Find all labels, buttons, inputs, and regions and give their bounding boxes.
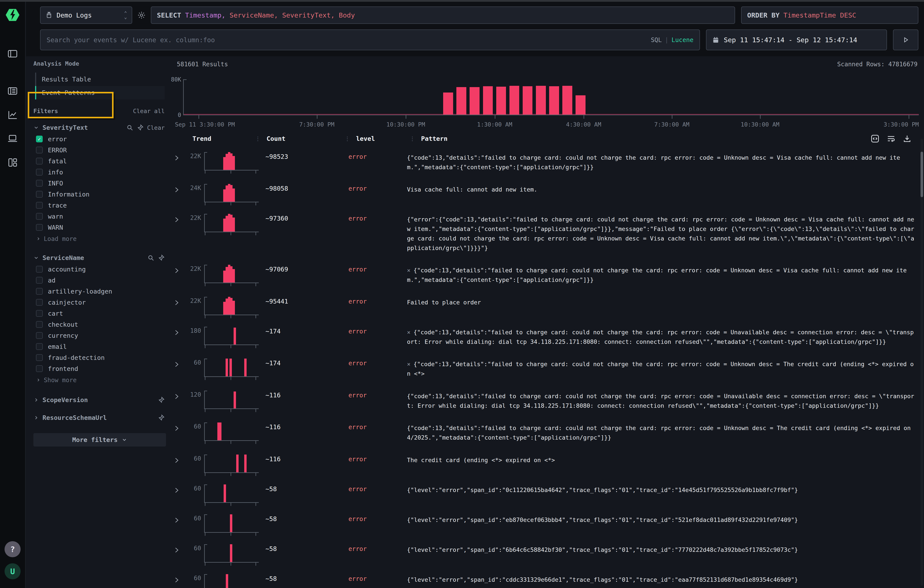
checkbox-unchecked[interactable] (36, 202, 43, 209)
column-header-pattern[interactable]: Pattern (416, 135, 871, 142)
row-expand-icon[interactable] (173, 425, 180, 432)
analysis-mode-option-results-table[interactable]: Results Table (35, 72, 165, 86)
filter-option-fatal[interactable]: fatal (33, 156, 165, 166)
row-expand-icon[interactable] (173, 576, 180, 584)
checkbox-unchecked[interactable] (36, 224, 43, 231)
filter-option-WARN[interactable]: WARN (33, 222, 165, 233)
checkbox-unchecked[interactable] (36, 365, 43, 372)
severity-clear-button[interactable]: Clear (147, 124, 165, 131)
pattern-row[interactable]: 22K~98523error{"code":13,"details":"fail… (171, 146, 920, 178)
checkbox-unchecked[interactable] (36, 310, 43, 317)
filter-option-currency[interactable]: currency (33, 330, 165, 341)
chart-explorer-icon[interactable] (7, 109, 18, 120)
row-expand-icon[interactable] (173, 457, 180, 464)
column-resize-handle[interactable]: ⋮ (255, 135, 261, 142)
filter-option-trace[interactable]: trace (33, 200, 165, 211)
analysis-mode-option-event-patterns[interactable]: Event Patterns (35, 86, 165, 99)
order-by-editor[interactable]: ORDER BY TimestampTime DESC (741, 7, 918, 24)
checkbox-unchecked[interactable] (36, 158, 43, 165)
checkbox-unchecked[interactable] (36, 288, 43, 295)
row-expand-icon[interactable] (173, 267, 180, 274)
filter-option-ad[interactable]: ad (33, 275, 165, 286)
filter-option-warn[interactable]: warn (33, 211, 165, 222)
pattern-row[interactable]: 60~58error{"level":"error","span_id":"eb… (171, 508, 920, 538)
filter-option-cainjector[interactable]: cainjector (33, 297, 165, 308)
severity-group-title[interactable]: SeverityText (43, 124, 123, 131)
checkbox-unchecked[interactable] (36, 147, 43, 153)
checkbox-unchecked[interactable] (36, 191, 43, 198)
column-header-level[interactable]: level (351, 135, 409, 142)
time-range-picker[interactable]: Sep 11 15:47:14 - Sep 12 15:47:14 (706, 30, 887, 50)
pattern-row[interactable]: 60~116error{"code":13,"details":"failed … (171, 416, 920, 448)
filter-option-email[interactable]: email (33, 341, 165, 352)
pattern-row[interactable]: 60~116errorThe credit card (ending <*> e… (171, 448, 920, 478)
row-expand-icon[interactable] (173, 216, 180, 223)
checkbox-unchecked[interactable] (36, 277, 43, 283)
filter-option-fraud-detection[interactable]: fraud-detection (33, 352, 165, 363)
filter-option-artillery-loadgen[interactable]: artillery-loadgen (33, 286, 165, 297)
filter-option-Information[interactable]: Information (33, 189, 165, 200)
severity-load-more[interactable]: Load more (33, 233, 165, 245)
pattern-row[interactable]: 60~58error{"level":"error","span_id":"cd… (171, 568, 920, 588)
filter-option-checkout[interactable]: checkout (33, 319, 165, 330)
scope-version-group[interactable]: ScopeVersion (33, 396, 165, 404)
clear-all-filters-button[interactable]: Clear all (133, 108, 165, 114)
sessions-icon[interactable] (7, 133, 18, 144)
filter-option-error[interactable]: ✓error (33, 133, 165, 145)
row-expand-icon[interactable] (173, 329, 180, 336)
pin-icon[interactable] (158, 254, 165, 261)
filter-option-info[interactable]: info (33, 166, 165, 178)
search-logs-icon[interactable] (7, 86, 18, 97)
download-icon[interactable] (903, 134, 911, 143)
service-show-more[interactable]: Show more (33, 374, 165, 386)
row-expand-icon[interactable] (173, 547, 180, 554)
wrap-lines-icon[interactable] (887, 134, 895, 143)
checkbox-unchecked[interactable] (36, 332, 43, 339)
chevron-down-icon[interactable] (33, 125, 39, 130)
filter-option-accounting[interactable]: accounting (33, 264, 165, 275)
checkbox-unchecked[interactable] (36, 180, 43, 186)
service-group-title[interactable]: ServiceName (43, 254, 144, 262)
column-resize-handle[interactable]: ⋮ (409, 135, 416, 142)
filter-option-ERROR[interactable]: ERROR (33, 145, 165, 156)
checkbox-unchecked[interactable] (36, 354, 43, 361)
filter-option-cart[interactable]: cart (33, 308, 165, 319)
pattern-row[interactable]: 22K~97069error×{"code":13,"details":"fai… (171, 258, 920, 290)
more-filters-button[interactable]: More filters (33, 433, 166, 446)
pattern-row[interactable]: 60~58error{"level":"error","span_id":"6b… (171, 538, 920, 568)
pattern-row[interactable]: 22K~97360error{"error":{"code":13,"detai… (171, 208, 920, 258)
pin-icon[interactable] (158, 397, 165, 404)
source-select[interactable]: Demo Logs ⌃⌄ (40, 7, 132, 24)
row-expand-icon[interactable] (173, 487, 180, 494)
user-avatar[interactable]: U (5, 563, 21, 579)
search-icon[interactable] (126, 124, 133, 131)
checkbox-unchecked[interactable] (36, 213, 43, 220)
view-source-icon[interactable] (871, 134, 879, 143)
checkbox-unchecked[interactable] (36, 169, 43, 176)
pin-icon[interactable] (137, 124, 144, 131)
resource-schema-group[interactable]: ResourceSchemaUrl (33, 414, 165, 422)
chevron-down-icon[interactable] (33, 255, 39, 261)
pattern-row[interactable]: 22K~95441errorFailed to place order (171, 290, 920, 320)
checkbox-unchecked[interactable] (36, 266, 43, 273)
run-query-button[interactable] (893, 30, 918, 50)
search-icon[interactable] (147, 254, 154, 261)
help-button[interactable]: ? (5, 541, 21, 557)
row-expand-icon[interactable] (173, 299, 180, 306)
filter-option-frontend[interactable]: frontend (33, 363, 165, 374)
pattern-row[interactable]: 60~174error×{"code":13,"details":"failed… (171, 352, 920, 384)
checkbox-unchecked[interactable] (36, 321, 43, 328)
dashboards-icon[interactable] (7, 157, 18, 168)
pattern-row[interactable]: 180~174error×{"code":13,"details":"faile… (171, 320, 920, 352)
scrollbar-thumb[interactable] (921, 152, 923, 197)
pin-icon[interactable] (158, 414, 165, 421)
row-expand-icon[interactable] (173, 517, 180, 524)
checkbox-checked[interactable]: ✓ (36, 136, 43, 142)
source-settings-button[interactable] (132, 11, 151, 20)
checkbox-unchecked[interactable] (36, 343, 43, 350)
column-header-trend[interactable]: Trend (192, 135, 211, 142)
lucene-mode-button[interactable]: Lucene (672, 36, 693, 44)
hyperdx-logo-icon[interactable] (5, 8, 20, 22)
sql-mode-button[interactable]: SQL (651, 36, 662, 44)
row-expand-icon[interactable] (173, 393, 180, 400)
